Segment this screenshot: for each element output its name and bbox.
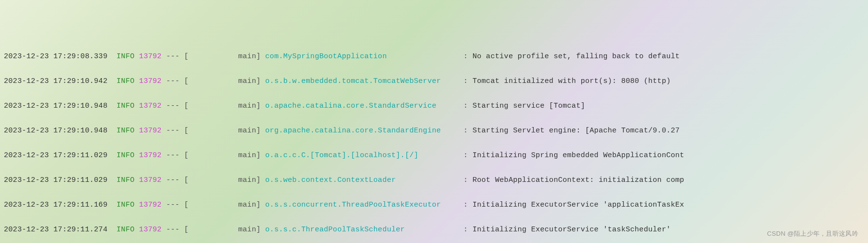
log-pid: 13792 (139, 201, 162, 209)
log-pid: 13792 (139, 52, 162, 61)
log-level: INFO (117, 151, 135, 160)
log-logger: o.s.s.c.ThreadPoolTaskScheduler (265, 226, 459, 234)
log-colon: : (464, 176, 468, 184)
log-sep: --- [ (166, 52, 189, 61)
log-thread: main] (188, 151, 261, 160)
log-level: INFO (117, 77, 135, 85)
log-level: INFO (117, 102, 135, 110)
log-logger: o.a.c.c.C.[Tomcat].[localhost].[/] (265, 151, 459, 160)
log-message: Starting service [Tomcat] (472, 102, 585, 110)
log-message: Initializing ExecutorService 'applicatio… (472, 201, 684, 209)
log-colon: : (464, 151, 468, 160)
log-sep: --- [ (166, 201, 189, 209)
log-timestamp: 2023-12-23 17:29:10.948 (4, 127, 108, 135)
log-row: 2023-12-23 17:29:11.274 INFO 13792 --- [… (4, 224, 864, 236)
log-thread: main] (188, 226, 261, 234)
log-colon: : (464, 226, 468, 234)
log-colon: : (464, 102, 468, 110)
csdn-watermark: CSDN @陌上少年，且听这风吟 (767, 228, 858, 239)
log-sep: --- [ (166, 127, 189, 135)
log-timestamp: 2023-12-23 17:29:11.029 (4, 151, 108, 160)
log-thread: main] (188, 201, 261, 209)
log-logger: o.s.s.concurrent.ThreadPoolTaskExecutor (265, 201, 459, 209)
log-sep: --- [ (166, 151, 189, 160)
log-colon: : (464, 127, 468, 135)
log-sep: --- [ (166, 77, 189, 85)
log-thread: main] (188, 127, 261, 135)
log-message: Root WebApplicationContext: initializati… (472, 176, 684, 184)
log-message: No active profile set, falling back to d… (472, 52, 680, 61)
log-pid: 13792 (139, 102, 162, 110)
log-colon: : (464, 77, 468, 85)
log-level: INFO (117, 226, 135, 234)
log-row: 2023-12-23 17:29:10.942 INFO 13792 --- [… (4, 75, 864, 88)
log-thread: main] (188, 77, 261, 85)
log-level: INFO (117, 201, 135, 209)
log-row: 2023-12-23 17:29:11.029 INFO 13792 --- [… (4, 174, 864, 187)
log-logger: o.s.web.context.ContextLoader (265, 176, 459, 184)
log-colon: : (464, 52, 468, 61)
log-message: Starting Servlet engine: [Apache Tomcat/… (472, 127, 680, 135)
log-timestamp: 2023-12-23 17:29:11.274 (4, 226, 108, 234)
log-logger: org.apache.catalina.core.StandardEngine (265, 127, 459, 135)
log-logger: o.apache.catalina.core.StandardService (265, 102, 459, 110)
log-message: Tomcat initialized with port(s): 8080 (h… (472, 77, 670, 85)
log-level: INFO (117, 176, 135, 184)
log-row: 2023-12-23 17:29:08.339 INFO 13792 --- [… (4, 50, 864, 63)
log-timestamp: 2023-12-23 17:29:10.948 (4, 102, 108, 110)
log-row: 2023-12-23 17:29:10.948 INFO 13792 --- [… (4, 100, 864, 113)
log-logger: o.s.b.w.embedded.tomcat.TomcatWebServer (265, 77, 459, 85)
log-pid: 13792 (139, 226, 162, 234)
log-pid: 13792 (139, 127, 162, 135)
log-timestamp: 2023-12-23 17:29:08.339 (4, 52, 108, 61)
log-level: INFO (117, 127, 135, 135)
log-level: INFO (117, 52, 135, 61)
log-sep: --- [ (166, 226, 189, 234)
log-pid: 13792 (139, 176, 162, 184)
log-sep: --- [ (166, 176, 189, 184)
log-logger: com.MySpringBootApplication (265, 52, 459, 61)
log-row: 2023-12-23 17:29:10.948 INFO 13792 --- [… (4, 125, 864, 137)
log-thread: main] (188, 52, 261, 61)
log-timestamp: 2023-12-23 17:29:11.169 (4, 201, 108, 209)
log-thread: main] (188, 176, 261, 184)
log-pid: 13792 (139, 151, 162, 160)
log-message: Initializing Spring embedded WebApplicat… (472, 151, 684, 160)
log-sep: --- [ (166, 102, 189, 110)
log-pid: 13792 (139, 77, 162, 85)
log-colon: : (464, 201, 468, 209)
log-timestamp: 2023-12-23 17:29:10.942 (4, 77, 108, 85)
log-timestamp: 2023-12-23 17:29:11.029 (4, 176, 108, 184)
log-row: 2023-12-23 17:29:11.169 INFO 13792 --- [… (4, 199, 864, 211)
log-row: 2023-12-23 17:29:11.029 INFO 13792 --- [… (4, 149, 864, 162)
log-message: Initializing ExecutorService 'taskSchedu… (472, 226, 670, 234)
log-thread: main] (188, 102, 261, 110)
